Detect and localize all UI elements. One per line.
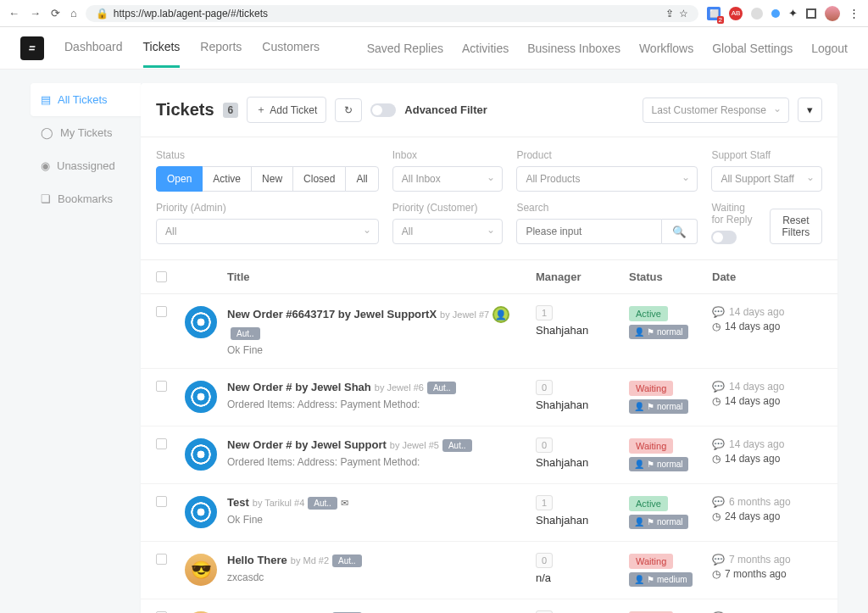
row-checkbox[interactable] xyxy=(156,438,167,449)
manager-name: Shahjahan xyxy=(536,456,629,469)
browser-toolbar: ← → ⟳ ⌂ 🔒 https://wp.lab/agent-page/#/ti… xyxy=(0,0,868,27)
reply-count: 0 xyxy=(536,437,553,453)
sidebar-item-unassigned[interactable]: ◉Unassigned xyxy=(31,149,141,182)
comment-icon: 💬 xyxy=(712,438,725,450)
nav-business-inboxes[interactable]: Business Inboxes xyxy=(527,42,620,55)
profile-avatar-icon[interactable] xyxy=(825,6,840,21)
url-bar[interactable]: 🔒 https://wp.lab/agent-page/#/tickets ⇪ … xyxy=(86,5,698,22)
reload-icon[interactable]: ⟳ xyxy=(51,7,60,20)
avatar xyxy=(185,496,217,528)
ext-devtools-icon[interactable]: ⬜2 xyxy=(707,7,721,20)
flag-icon: ⚑ xyxy=(647,517,654,527)
ext-square-icon[interactable] xyxy=(806,8,816,19)
reply-count: 1 xyxy=(536,495,553,510)
share-icon[interactable]: ⇪ xyxy=(665,8,674,20)
advanced-filter-toggle[interactable] xyxy=(370,103,396,117)
comment-icon: 💬 xyxy=(712,554,725,566)
sidebar-item-my-tickets[interactable]: ◯My Tickets xyxy=(31,116,141,149)
header-caret-button[interactable]: ▾ xyxy=(798,98,822,122)
select-all-checkbox[interactable] xyxy=(156,271,167,282)
ext-g-icon[interactable] xyxy=(751,8,763,20)
priority-admin-select[interactable]: All xyxy=(156,219,379,244)
row-checkbox[interactable] xyxy=(156,381,167,392)
row-checkbox[interactable] xyxy=(156,306,167,317)
reply-date: 💬14 days ago xyxy=(712,438,822,450)
nav-logout[interactable]: Logout xyxy=(811,42,848,55)
sidebar-item-all-tickets[interactable]: ▤All Tickets xyxy=(31,83,141,116)
row-checkbox[interactable] xyxy=(156,496,167,507)
extensions-icon[interactable]: ✦ xyxy=(788,7,798,20)
created-date: ◷24 days ago xyxy=(712,510,822,522)
status-badge: Waiting xyxy=(629,438,673,454)
priority-badge: 👤⚑normal xyxy=(629,399,688,414)
table-row[interactable]: Testby Tarikul #4Aut..✉Ok Fine1Shahjahan… xyxy=(141,484,837,542)
nav-saved-replies[interactable]: Saved Replies xyxy=(367,42,443,55)
priority-customer-select[interactable]: All xyxy=(392,219,504,244)
refresh-button[interactable]: ↻ xyxy=(335,98,362,122)
created-date: ◷14 days ago xyxy=(712,453,822,465)
forward-icon[interactable]: → xyxy=(30,7,41,20)
table-row[interactable]: 😎Hello Thereby Md #1Aut..zsdasda0n/aWait… xyxy=(141,599,837,613)
app-logo[interactable]: = xyxy=(20,36,44,60)
priority-customer-label: Priority (Customer) xyxy=(392,202,504,214)
product-label: Product xyxy=(516,149,698,161)
tab-reports[interactable]: Reports xyxy=(200,28,242,68)
auto-pill: Aut.. xyxy=(332,554,362,567)
status-all[interactable]: All xyxy=(345,166,378,192)
inbox-select[interactable]: All Inbox xyxy=(392,166,504,192)
reply-date: 💬7 months ago xyxy=(712,554,822,566)
row-checkbox[interactable] xyxy=(156,554,167,565)
search-button[interactable]: 🔍 xyxy=(662,219,698,244)
browser-menu-icon[interactable]: ⋮ xyxy=(849,7,860,20)
clock-icon: ◷ xyxy=(712,510,721,522)
table-row[interactable]: New Order #6643717 by Jewel SupportXby J… xyxy=(141,294,837,369)
waiting-label: Waiting for Reply xyxy=(711,202,757,226)
app-topnav: = DashboardTicketsReportsCustomers Saved… xyxy=(0,27,868,70)
eye-icon: ◉ xyxy=(41,159,50,172)
bookmark-icon: ❏ xyxy=(41,192,51,205)
clock-icon: ◷ xyxy=(712,395,721,407)
table-row[interactable]: New Order # by Jewel Supportby Jewel #5A… xyxy=(141,426,837,484)
avatar: 😎 xyxy=(185,554,217,586)
ext-adblock-icon[interactable]: AB xyxy=(729,7,743,20)
add-ticket-button[interactable]: ＋ Add Ticket xyxy=(247,97,326,123)
status-open[interactable]: Open xyxy=(156,166,203,192)
staff-label: Support Staff xyxy=(711,149,822,161)
avatar xyxy=(185,438,217,471)
manager-name: Shahjahan xyxy=(536,514,629,527)
tab-customers[interactable]: Customers xyxy=(262,28,320,68)
search-input[interactable] xyxy=(516,219,662,244)
star-icon[interactable]: ☆ xyxy=(679,8,688,20)
user-icon: 👤 xyxy=(634,517,644,527)
back-icon[interactable]: ← xyxy=(8,7,19,20)
tab-dashboard[interactable]: Dashboard xyxy=(64,28,123,68)
sort-select[interactable]: Last Customer Response xyxy=(643,98,789,123)
table-row[interactable]: 😎Hello Thereby Md #2Aut..zxcasdc0n/aWait… xyxy=(141,542,837,599)
waiting-toggle[interactable] xyxy=(711,231,737,244)
ext-dot-icon[interactable] xyxy=(771,9,780,18)
lock-icon: 🔒 xyxy=(96,8,108,20)
home-icon[interactable]: ⌂ xyxy=(70,7,77,20)
manager-name: Shahjahan xyxy=(536,324,629,337)
nav-global-settings[interactable]: Global Settings xyxy=(712,42,793,55)
user-icon: 👤 xyxy=(634,327,644,337)
status-active[interactable]: Active xyxy=(202,166,252,192)
tab-tickets[interactable]: Tickets xyxy=(143,28,181,68)
sidebar: ▤All Tickets◯My Tickets◉Unassigned❏Bookm… xyxy=(31,83,141,613)
page-title: Tickets xyxy=(156,100,214,120)
ticket-excerpt: Ok Fine xyxy=(227,344,536,356)
nav-activities[interactable]: Activities xyxy=(462,42,509,55)
content-panel: Tickets 6 ＋ Add Ticket ↻ Advanced Filter… xyxy=(141,83,837,613)
table-row[interactable]: New Order # by Jewel Shahby Jewel #6Aut.… xyxy=(141,369,837,426)
reset-filters-button[interactable]: Reset Filters xyxy=(770,209,822,244)
staff-select[interactable]: All Support Staff xyxy=(711,166,822,192)
sidebar-item-bookmarks[interactable]: ❏Bookmarks xyxy=(31,182,141,215)
status-closed[interactable]: Closed xyxy=(292,166,346,192)
status-new[interactable]: New xyxy=(251,166,293,192)
nav-workflows[interactable]: Workflows xyxy=(639,42,693,55)
reply-date: 💬14 days ago xyxy=(712,306,822,318)
product-select[interactable]: All Products xyxy=(516,166,698,192)
ticket-excerpt: Ok Fine xyxy=(227,514,536,526)
status-badge: Active xyxy=(629,496,668,511)
priority-admin-label: Priority (Admin) xyxy=(156,202,379,214)
